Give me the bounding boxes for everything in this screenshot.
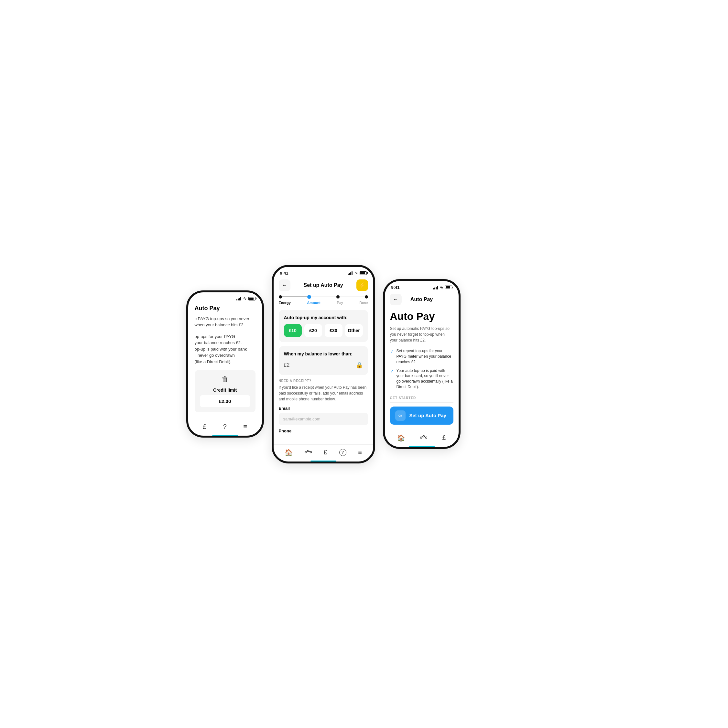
svg-point-5 [421,437,422,439]
progress-dot-3 [365,295,368,298]
nav-pound-icon-center[interactable]: £ [324,448,327,456]
phone2-header: ← Set up Auto Pay ⚡ [274,277,373,295]
amount-section-title: Auto top-up my account with: [284,315,363,320]
phone-center: 9:41 ∿ ← [272,265,375,463]
status-bar-right: 9:41 ∿ [385,281,459,291]
bullet-item-2: ✓ Your auto top-up is paid with your ban… [390,368,453,390]
progress-line-0 [282,297,307,297]
signal-icon-center [348,271,353,275]
status-icons-right: ∿ [433,285,452,290]
back-button-right[interactable]: ← [390,294,402,305]
nav-pound-icon-left[interactable]: £ [203,423,206,430]
svg-line-4 [309,451,310,452]
nav-connect-icon-center[interactable] [305,448,312,456]
receipt-section-label: NEED A RECEIPT? [279,379,368,382]
progress-label-energy: Energy [279,301,291,305]
nav-help-icon-left[interactable]: ? [223,423,227,430]
progress-label-pay: Pay [337,301,343,305]
bottom-nav-left: £ ? ≡ [188,419,262,436]
progress-dot-2 [336,295,340,298]
autopay-description: Set up automatic PAYG top-ups so you nev… [390,326,453,343]
wifi-icon-right: ∿ [440,285,443,290]
autopay-main-title: Auto Pay [390,310,453,323]
status-bar-center: 9:41 ∿ [274,267,373,277]
phone3-body: Auto Pay Set up automatic PAYG top-ups s… [385,310,459,425]
status-time-right: 9:41 [392,285,400,290]
progress-label-amount: Amount [307,301,321,305]
amount-option-10[interactable]: £10 [284,324,302,337]
amount-option-20[interactable]: £20 [304,324,322,337]
nav-home-icon-center[interactable]: 🏠 [284,448,293,456]
phone-label: Phone [279,428,368,433]
phone-left: 9:41 ∿ Auto Pay [186,291,264,438]
signal-icon-left [236,297,241,300]
battery-icon-right [445,286,452,289]
bullet-text-2: Your auto top-up is paid with your bank … [396,368,453,390]
credit-limit-card: 🗑 Credit limit £2.00 [195,370,255,412]
bullet-list: ✓ Set repeat top-ups for your PAYG meter… [390,348,453,390]
nav-menu-icon-left[interactable]: ≡ [243,423,247,430]
status-bar-left: 9:41 ∿ [188,292,262,302]
wifi-icon-center: ∿ [355,271,358,275]
battery-icon-left [248,297,255,300]
svg-line-3 [306,451,307,452]
progress-dot-0 [279,295,282,298]
status-time-center: 9:41 [280,271,289,275]
progress-labels: Energy Amount Pay Done [279,301,368,305]
amount-section-card: Auto top-up my account with: £10 £20 £30… [279,310,368,342]
scene: 9:41 ∿ Auto Pay [186,265,542,463]
bullet-text-1: Set repeat top-ups for your PAYG meter w… [396,348,453,364]
back-icon-center: ← [282,282,287,288]
check-icon-2: ✓ [390,369,394,375]
screen-title-center: Set up Auto Pay [303,282,343,288]
credit-limit-label: Credit limit [213,387,237,393]
progress-dot-1 [307,295,311,299]
check-icon-1: ✓ [390,349,394,355]
bottom-nav-right: 🏠 £ [385,430,459,447]
balance-section-card: When my balance is lower than: £2 🔒 [279,346,368,375]
wifi-icon-left: ∿ [243,296,246,301]
lock-icon: 🔒 [356,362,363,369]
svg-line-9 [425,436,426,437]
trash-icon[interactable]: 🗑 [222,375,229,384]
amount-option-other[interactable]: Other [345,324,363,337]
nav-connect-icon-right[interactable] [420,434,427,442]
battery-icon-center [359,271,367,275]
email-label: Email [279,406,368,411]
balance-value: £2 [284,362,290,368]
amount-option-30[interactable]: £30 [325,324,343,337]
svg-line-8 [422,436,423,437]
progress-track [279,295,368,299]
svg-point-0 [305,451,306,453]
progress-line-1 [311,297,336,297]
setup-autopay-button[interactable]: ∞ Set up Auto Pay [390,407,453,425]
signal-icon-right [433,286,438,289]
setup-btn-label: Set up Auto Pay [410,413,446,418]
phone1-body: c PAYG top-ups so you never when your ba… [188,316,262,413]
back-button-center[interactable]: ← [279,280,291,291]
progress-line-2 [340,297,365,297]
setup-btn-icon: ∞ [395,410,405,421]
screen-title-right: Auto Pay [410,297,433,302]
phone1-text-block-2: op-ups for your PAYG your balance reache… [195,333,255,365]
status-icons-left: ∿ [236,296,255,301]
svg-point-1 [307,450,309,452]
status-icons-center: ∿ [348,271,367,275]
bottom-nav-center: 🏠 £ ? ≡ [274,444,373,462]
balance-input-row: £2 🔒 [284,360,363,370]
svg-point-7 [426,437,427,439]
phone-right: 9:41 ∿ ← [383,279,460,449]
phone1-title: Auto Pay [188,302,262,316]
phone1-text-block-1: c PAYG top-ups so you never when your ba… [195,316,255,328]
svg-point-6 [423,436,425,437]
email-input[interactable]: sam@example.com [279,413,368,425]
lightning-icon: ⚡ [359,282,366,289]
lightning-button[interactable]: ⚡ [356,280,368,291]
nav-home-icon-right[interactable]: 🏠 [397,434,405,442]
nav-pound-icon-right[interactable]: £ [442,434,446,442]
nav-menu-icon-center[interactable]: ≡ [358,448,362,456]
nav-help-icon-center[interactable]: ? [339,449,346,456]
receipt-description: If you'd like a receipt when your Auto P… [279,385,368,402]
get-started-label: GET STARTED [390,396,453,400]
balance-section-title: When my balance is lower than: [284,351,363,356]
